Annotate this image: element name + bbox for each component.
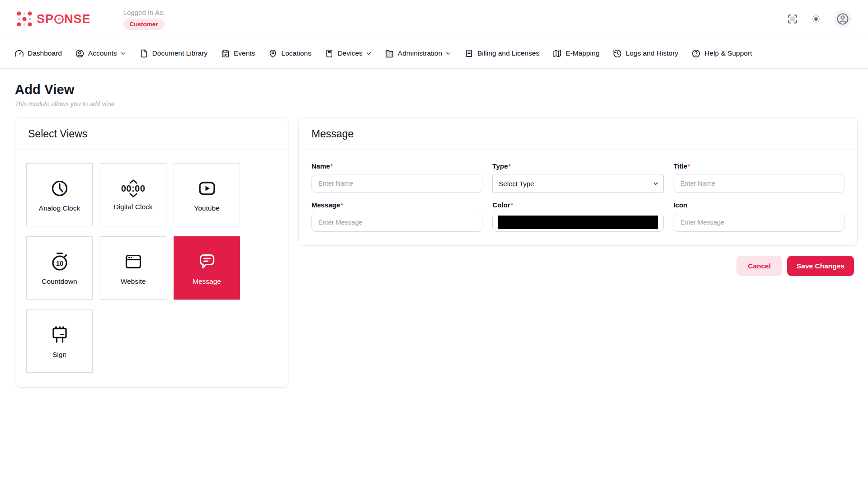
type-field-group: Type* Select Type	[492, 162, 663, 193]
nav-administration[interactable]: Administration	[385, 49, 451, 58]
message-field-group: Message*	[311, 201, 482, 232]
receipt-icon	[464, 49, 474, 58]
tile-digital-clock[interactable]: 00:00 Digital Clock	[100, 163, 166, 226]
xsponse-logo[interactable]: SPNSE	[16, 11, 91, 27]
device-icon	[325, 49, 334, 58]
tile-analog-clock[interactable]: Analog Clock	[26, 163, 93, 226]
name-label: Name*	[311, 162, 482, 170]
logged-in-as-block: Logged In As: Customer	[123, 9, 165, 30]
select-views-card: Select Views Analog Clock 00:00 Digital …	[15, 117, 288, 388]
tile-sign[interactable]: Sign	[26, 310, 93, 373]
chevron-down-icon	[120, 51, 126, 56]
sign-billboard-icon	[49, 324, 71, 346]
color-swatch	[498, 216, 657, 229]
digital-clock-icon: 00:00	[121, 179, 146, 198]
nav-document-library[interactable]: Document Library	[139, 49, 208, 58]
icon-label: Icon	[674, 201, 844, 209]
logged-in-as-label: Logged In As:	[123, 9, 165, 16]
calendar-icon	[221, 49, 230, 58]
logo-wordmark: SPNSE	[37, 12, 91, 26]
page-subtitle: This module allows you to add view	[15, 100, 853, 108]
message-form-title: Message	[299, 117, 857, 150]
message-input[interactable]	[311, 213, 482, 232]
svg-text:10: 10	[56, 259, 63, 267]
message-label: Message*	[311, 201, 482, 209]
theme-sun-icon[interactable]	[810, 13, 822, 25]
map-pin-icon	[268, 49, 278, 58]
name-input[interactable]	[311, 174, 482, 193]
nav-accounts[interactable]: Accounts	[75, 49, 126, 58]
page-title: Add View	[15, 82, 853, 97]
tile-website[interactable]: Website	[100, 236, 166, 300]
countdown-icon: 10	[49, 251, 71, 272]
type-select[interactable]: Select Type	[492, 174, 663, 193]
website-icon	[123, 251, 144, 272]
name-field-group: Name*	[311, 162, 482, 193]
title-label: Title*	[674, 162, 844, 170]
select-views-title: Select Views	[15, 117, 288, 150]
youtube-icon	[196, 178, 218, 199]
message-bubble-icon	[196, 251, 218, 272]
user-avatar[interactable]	[834, 10, 852, 28]
nav-devices[interactable]: Devices	[325, 49, 372, 58]
app-header: SPNSE Logged In As: Customer	[0, 0, 868, 38]
nav-e-mapping[interactable]: E-Mapping	[552, 49, 599, 58]
icon-field-group: Icon	[674, 201, 844, 232]
logo-o-dot-icon	[54, 14, 64, 24]
color-picker-input[interactable]	[492, 213, 663, 232]
help-circle-icon	[691, 49, 701, 58]
history-clock-icon	[613, 49, 622, 58]
folder-icon	[385, 49, 394, 58]
nav-logs-history[interactable]: Logs and History	[613, 49, 678, 58]
title-field-group: Title*	[674, 162, 844, 193]
gauge-icon	[14, 49, 24, 58]
chevron-down-icon	[445, 51, 451, 56]
document-icon	[139, 49, 149, 58]
nav-locations[interactable]: Locations	[268, 49, 311, 58]
nav-dashboard[interactable]: Dashboard	[14, 49, 62, 58]
form-actions: Cancel Save Changes	[298, 256, 858, 276]
nav-events[interactable]: Events	[221, 49, 255, 58]
logo-x-mark-icon	[16, 11, 33, 27]
title-input[interactable]	[674, 174, 844, 193]
person-circle-icon	[835, 12, 850, 26]
view-tiles-grid: Analog Clock 00:00 Digital Clock Youtube	[15, 150, 288, 387]
tile-countdown[interactable]: 10 Countdown	[26, 236, 93, 300]
color-field-group: Color*	[492, 201, 663, 232]
chevron-down-icon	[366, 51, 372, 56]
user-circle-icon	[75, 49, 85, 58]
type-label: Type*	[492, 162, 663, 170]
save-changes-button[interactable]: Save Changes	[787, 256, 854, 276]
nav-billing-licenses[interactable]: Billing and Licenses	[464, 49, 539, 58]
message-form-card: Message Name* Type* Select Type	[298, 117, 858, 246]
nav-help-support[interactable]: Help & Support	[691, 49, 752, 58]
icon-input[interactable]	[674, 213, 844, 232]
color-label: Color*	[492, 201, 663, 209]
analog-clock-icon	[49, 178, 71, 199]
cancel-button[interactable]: Cancel	[736, 256, 782, 276]
role-badge: Customer	[123, 19, 165, 30]
tile-message[interactable]: Message	[174, 236, 240, 300]
main-navbar: Dashboard Accounts Document Library Even…	[0, 38, 868, 69]
fullscreen-scan-icon[interactable]	[787, 13, 798, 25]
tile-youtube[interactable]: Youtube	[174, 163, 240, 226]
map-icon	[552, 49, 562, 58]
